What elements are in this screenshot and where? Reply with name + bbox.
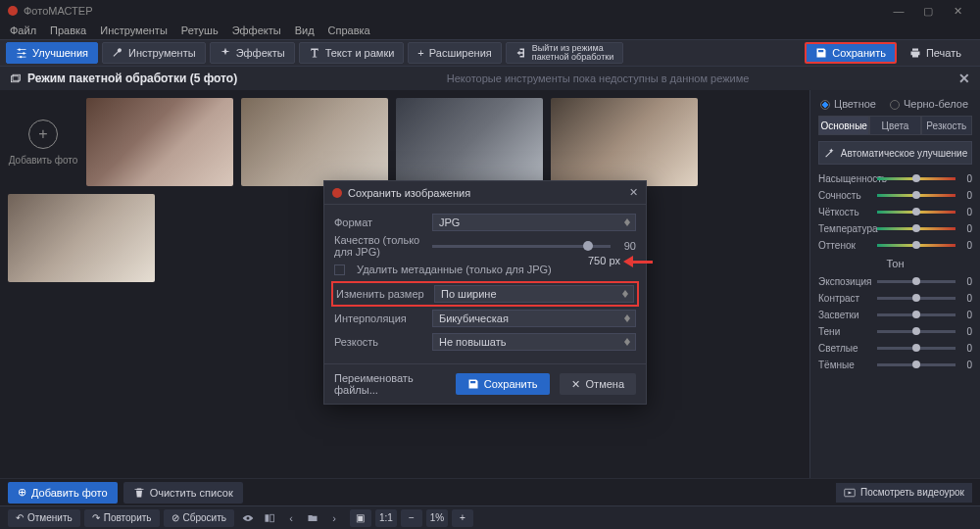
menu-edit[interactable]: Правка [50, 24, 86, 36]
slider-track[interactable] [877, 177, 956, 180]
slider-value: 0 [960, 293, 972, 304]
slider-track[interactable] [877, 363, 956, 366]
menu-retouch[interactable]: Ретушь [181, 24, 219, 36]
tone-header: Тон [818, 258, 972, 269]
save-button[interactable]: Сохранить [805, 42, 897, 64]
wrench-icon [112, 47, 123, 59]
batch-thumb[interactable] [551, 98, 698, 186]
mode-color-radio[interactable]: Цветное [820, 98, 876, 110]
slider-label: Тёмные [818, 360, 872, 370]
reset-button[interactable]: ⊘Сбросить [164, 509, 234, 527]
window-minimize[interactable]: — [884, 5, 913, 17]
exit-batch-button[interactable]: Выйти из режима пакетной обработки [506, 42, 623, 64]
slider-track[interactable] [877, 244, 956, 247]
eye-icon[interactable] [238, 509, 258, 527]
metadata-checkbox[interactable] [334, 264, 345, 275]
batch-note: Некоторые инструменты пока недоступны в … [237, 72, 958, 84]
bottom-bar: ↶Отменить ↷Повторить ⊘Сбросить ‹ › ▣ 1:1… [0, 505, 980, 529]
sharp-select[interactable]: Не повышать [432, 333, 636, 351]
zoom-in[interactable]: + [452, 509, 473, 527]
slider-track[interactable] [877, 347, 956, 350]
svg-point-0 [19, 49, 21, 51]
folder-icon[interactable] [303, 509, 322, 527]
rtab-sharp[interactable]: Резкость [921, 116, 972, 135]
menubar: Файл Правка Инструменты Ретушь Эффекты В… [0, 22, 980, 39]
app-title: ФотоМАСТЕР [24, 5, 93, 17]
menu-view[interactable]: Вид [295, 24, 315, 36]
tab-effects[interactable]: Эффекты [210, 42, 295, 64]
undo-button[interactable]: ↶Отменить [8, 509, 80, 527]
clear-list-button[interactable]: Очистить список [123, 482, 243, 504]
dialog-save-button[interactable]: Сохранить [456, 373, 550, 395]
slider-track[interactable] [877, 313, 956, 316]
batch-close[interactable]: ✕ [958, 71, 970, 86]
svg-point-2 [20, 56, 22, 58]
dialog-title: Сохранить изображения [348, 187, 470, 199]
batch-thumb[interactable] [8, 194, 155, 282]
save-icon [815, 47, 827, 59]
save-dialog: Сохранить изображения ✕ Формат JPG Качес… [323, 180, 647, 405]
tab-tools[interactable]: Инструменты [102, 42, 206, 64]
batch-thumb[interactable] [86, 98, 233, 186]
nav-next[interactable]: › [324, 509, 344, 527]
zoom-out[interactable]: − [401, 509, 422, 527]
print-icon [909, 47, 921, 59]
slider-track[interactable] [877, 280, 956, 283]
text-icon [309, 47, 320, 59]
slider-track[interactable] [877, 211, 956, 214]
mode-bw-radio[interactable]: Черно-белое [890, 98, 968, 110]
slider-value: 0 [960, 190, 972, 201]
slider-label: Экспозиция [818, 276, 872, 287]
app-logo [8, 6, 18, 16]
dialog-cancel-button[interactable]: ✕ Отмена [560, 373, 636, 395]
window-maximize[interactable]: ▢ [913, 5, 943, 18]
dialog-close[interactable]: ✕ [629, 186, 638, 199]
redo-icon: ↷ [92, 512, 100, 523]
slider-label: Контраст [818, 293, 872, 304]
slider-track[interactable] [877, 227, 956, 230]
compare-icon[interactable] [260, 509, 279, 527]
right-panel: Цветное Черно-белое Основные Цвета Резко… [809, 90, 980, 478]
tab-enhance[interactable]: Улучшения [6, 42, 98, 64]
interp-select[interactable]: Бикубическая [432, 310, 636, 327]
close-icon: ✕ [571, 378, 581, 391]
rtab-color[interactable]: Цвета [869, 116, 920, 135]
auto-enhance-button[interactable]: Автоматическое улучшение [818, 141, 972, 165]
slider-track[interactable] [877, 297, 956, 300]
exit-icon [515, 47, 527, 59]
slider-track[interactable] [877, 330, 956, 333]
menu-help[interactable]: Справка [328, 24, 370, 36]
plus-circle-icon: + [28, 120, 58, 149]
rename-files-link[interactable]: Переименовать файлы... [334, 372, 436, 396]
add-photo-button[interactable]: ⊕ Добавить фото [8, 482, 118, 504]
slider-track[interactable] [877, 194, 956, 197]
window-close[interactable]: ✕ [943, 5, 972, 18]
add-photo-tile[interactable]: + Добавить фото [8, 98, 78, 186]
sparkle-icon [220, 47, 231, 59]
fit-icon[interactable]: ▣ [350, 509, 371, 527]
zoom-ratio[interactable]: 1:1 [375, 509, 397, 527]
annotation-arrow [623, 256, 655, 267]
tab-extensions[interactable]: + Расширения [408, 42, 501, 64]
rtab-main[interactable]: Основные [818, 116, 869, 135]
batch-thumb[interactable] [241, 98, 388, 186]
video-tutorial-button[interactable]: Посмотреть видеоурок [836, 483, 972, 503]
menu-effects[interactable]: Эффекты [232, 24, 281, 36]
quality-slider[interactable] [432, 245, 611, 248]
resize-select[interactable]: По ширине [434, 285, 634, 303]
quality-label: Качество (только для JPG) [334, 234, 424, 258]
resize-label: Изменить размер [336, 288, 426, 300]
slider-value: 0 [960, 173, 972, 184]
slider-label: Тени [818, 326, 872, 337]
slider-value: 0 [960, 207, 972, 217]
redo-button[interactable]: ↷Повторить [84, 509, 160, 527]
print-button[interactable]: Печать [901, 42, 970, 64]
tab-text[interactable]: Текст и рамки [299, 42, 405, 64]
nav-prev[interactable]: ‹ [281, 509, 301, 527]
batch-thumb[interactable] [396, 98, 543, 186]
menu-file[interactable]: Файл [10, 24, 36, 36]
format-select[interactable]: JPG [432, 214, 636, 231]
menu-tools[interactable]: Инструменты [100, 24, 168, 36]
svg-rect-7 [270, 514, 274, 522]
stage-footer: ⊕ Добавить фото Очистить список Посмотре… [0, 478, 980, 505]
